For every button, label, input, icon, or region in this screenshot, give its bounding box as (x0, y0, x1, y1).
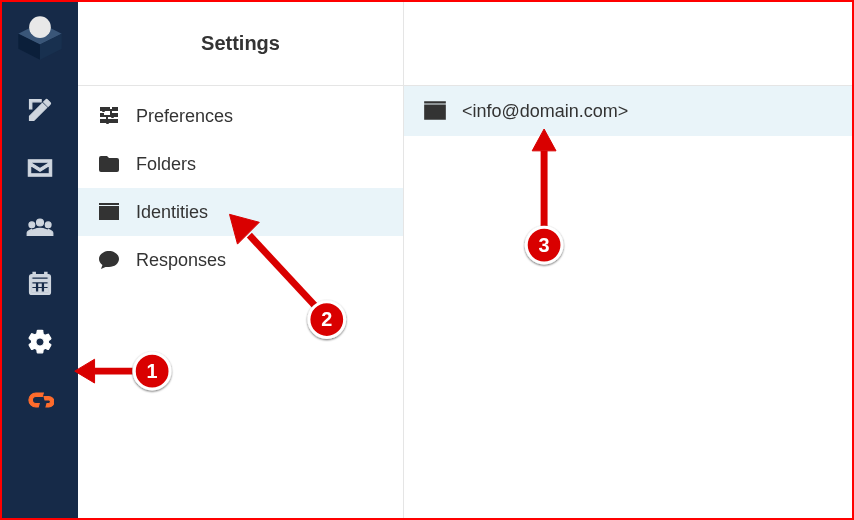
sliders-icon (96, 103, 122, 129)
settings-item-folders[interactable]: Folders (78, 140, 403, 188)
app-logo (14, 12, 66, 64)
settings-header: Settings (78, 2, 403, 86)
folder-icon (96, 151, 122, 177)
settings-section-list: Settings Preferences Folders (78, 2, 404, 518)
settings-button[interactable] (20, 324, 60, 360)
task-rail (2, 2, 78, 518)
settings-item-label: Folders (136, 154, 196, 175)
content-header-spacer (404, 2, 852, 86)
settings-item-label: Preferences (136, 106, 233, 127)
svg-rect-3 (106, 120, 109, 124)
settings-item-preferences[interactable]: Preferences (78, 92, 403, 140)
svg-rect-2 (111, 114, 114, 118)
settings-title: Settings (201, 32, 280, 55)
svg-point-0 (29, 16, 51, 38)
calendar-button[interactable] (20, 266, 60, 302)
identity-icon (422, 98, 448, 124)
contacts-button[interactable] (20, 208, 60, 244)
identities-list: <info@domain.com> (404, 2, 852, 518)
settings-item-label: Responses (136, 250, 226, 271)
compose-button[interactable] (20, 92, 60, 128)
identity-label: <info@domain.com> (462, 101, 628, 122)
cpanel-button[interactable] (20, 382, 60, 418)
settings-item-responses[interactable]: Responses (78, 236, 403, 284)
settings-item-identities[interactable]: Identities (78, 188, 403, 236)
svg-rect-1 (102, 108, 105, 112)
comment-icon (96, 247, 122, 273)
identity-icon (96, 199, 122, 225)
settings-item-label: Identities (136, 202, 208, 223)
identity-item[interactable]: <info@domain.com> (404, 86, 852, 136)
mail-button[interactable] (20, 150, 60, 186)
